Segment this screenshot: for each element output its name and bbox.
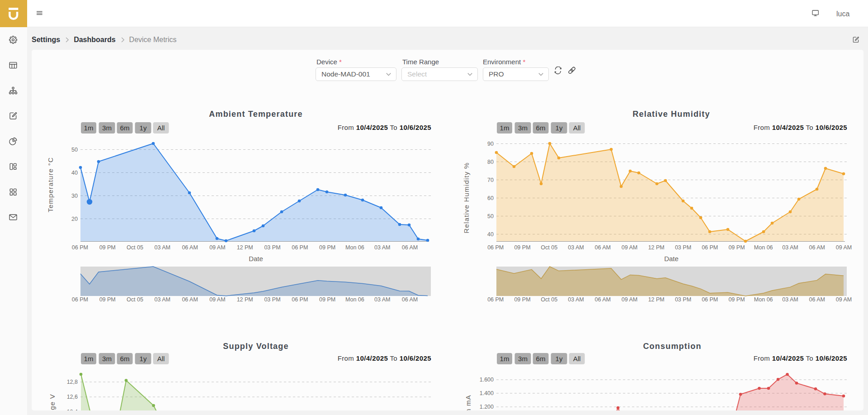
svg-text:06 PM: 06 PM — [292, 296, 308, 303]
svg-text:12 PM: 12 PM — [648, 244, 665, 251]
svg-text:09 PM: 09 PM — [99, 296, 116, 303]
svg-text:Date: Date — [664, 255, 679, 262]
svg-text:1m: 1m — [500, 355, 509, 363]
svg-text:40: 40 — [71, 170, 78, 176]
svg-text:70: 70 — [487, 177, 494, 183]
svg-text:12 PM: 12 PM — [237, 244, 253, 251]
svg-text:06 PM: 06 PM — [72, 244, 88, 251]
svg-text:03 AM: 03 AM — [155, 244, 170, 251]
svg-text:All: All — [573, 124, 581, 132]
svg-text:06 AM: 06 AM — [809, 296, 825, 303]
svg-text:12 PM: 12 PM — [648, 296, 665, 303]
svg-text:3m: 3m — [518, 124, 528, 132]
svg-text:06 PM: 06 PM — [487, 296, 504, 303]
svg-text:09 AM: 09 AM — [836, 244, 852, 251]
svg-text:Oct 05: Oct 05 — [541, 244, 557, 251]
svg-text:Supply Voltage: Supply Voltage — [223, 342, 288, 351]
svg-text:Oct 05: Oct 05 — [127, 244, 143, 251]
svg-text:Oct 05: Oct 05 — [127, 296, 143, 303]
svg-text:06 PM: 06 PM — [702, 296, 718, 303]
svg-text:06 AM: 06 AM — [809, 244, 825, 251]
svg-text:09 AM: 09 AM — [836, 296, 852, 303]
svg-text:12,8: 12,8 — [67, 379, 78, 385]
svg-text:06 AM: 06 AM — [182, 244, 198, 251]
svg-text:Consumption: Consumption — [643, 342, 701, 351]
svg-text:09 AM: 09 AM — [622, 244, 637, 251]
svg-text:06 AM: 06 AM — [594, 244, 610, 251]
svg-text:Relative Humidity %: Relative Humidity % — [462, 162, 470, 233]
svg-text:1y: 1y — [556, 355, 563, 363]
svg-text:06 AM: 06 AM — [182, 296, 198, 303]
svg-text:1.200: 1.200 — [480, 404, 494, 410]
svg-text:1m: 1m — [84, 355, 94, 363]
svg-text:All: All — [157, 355, 165, 363]
svg-text:06 PM: 06 PM — [487, 244, 504, 251]
svg-text:12,4: 12,4 — [67, 409, 78, 410]
svg-text:40: 40 — [487, 231, 494, 238]
svg-text:1y: 1y — [556, 124, 563, 132]
svg-text:From 10/4/2025 To 10/6/2025: From 10/4/2025 To 10/6/2025 — [338, 124, 431, 131]
svg-text:12 PM: 12 PM — [237, 296, 253, 303]
svg-text:Mon 06: Mon 06 — [345, 244, 364, 251]
svg-text:06 PM: 06 PM — [72, 296, 88, 303]
svg-text:80: 80 — [487, 159, 494, 165]
svg-text:From 10/4/2025 To 10/6/2025: From 10/4/2025 To 10/6/2025 — [754, 354, 847, 362]
svg-text:09 PM: 09 PM — [319, 244, 335, 251]
svg-text:Mon 06: Mon 06 — [345, 296, 364, 303]
svg-text:09 AM: 09 AM — [209, 296, 225, 303]
svg-text:Consumption mA: Consumption mA — [464, 395, 472, 410]
svg-text:Temperature °C: Temperature °C — [47, 157, 54, 212]
svg-text:3m: 3m — [102, 355, 112, 363]
svg-text:20: 20 — [71, 216, 78, 222]
svg-text:1y: 1y — [140, 355, 147, 363]
svg-text:03 AM: 03 AM — [782, 244, 798, 251]
svg-text:06 AM: 06 AM — [594, 296, 610, 303]
svg-text:Ambient Temperature: Ambient Temperature — [209, 110, 303, 119]
svg-text:Oct 05: Oct 05 — [541, 296, 557, 303]
svg-text:1.600: 1.600 — [480, 377, 494, 383]
svg-text:09 AM: 09 AM — [622, 296, 637, 303]
svg-text:All: All — [157, 124, 165, 132]
svg-text:30: 30 — [71, 193, 78, 199]
svg-text:03 AM: 03 AM — [374, 244, 390, 251]
svg-text:09 PM: 09 PM — [514, 244, 530, 251]
svg-text:09 PM: 09 PM — [99, 244, 116, 251]
svg-text:03 AM: 03 AM — [568, 296, 584, 303]
svg-text:1m: 1m — [84, 124, 94, 132]
svg-text:3m: 3m — [102, 124, 112, 132]
svg-text:Mon 06: Mon 06 — [754, 244, 773, 251]
svg-text:03 PM: 03 PM — [675, 296, 691, 303]
svg-text:03 PM: 03 PM — [264, 296, 280, 303]
svg-text:All: All — [573, 355, 581, 363]
svg-text:06 AM: 06 AM — [402, 296, 418, 303]
svg-text:50: 50 — [71, 147, 78, 153]
svg-text:60: 60 — [487, 195, 494, 201]
svg-text:6m: 6m — [536, 355, 546, 363]
svg-text:09 PM: 09 PM — [728, 296, 745, 303]
svg-text:03 PM: 03 PM — [675, 244, 691, 251]
svg-text:03 AM: 03 AM — [155, 296, 170, 303]
svg-text:12,6: 12,6 — [67, 394, 78, 400]
svg-text:Date: Date — [249, 255, 263, 262]
svg-text:Voltage V: Voltage V — [48, 394, 56, 410]
svg-text:6m: 6m — [120, 355, 130, 363]
svg-text:03 AM: 03 AM — [782, 296, 798, 303]
svg-text:03 AM: 03 AM — [568, 244, 584, 251]
svg-text:03 PM: 03 PM — [264, 244, 280, 251]
svg-text:6m: 6m — [536, 124, 546, 132]
svg-text:06 PM: 06 PM — [702, 244, 718, 251]
svg-text:Mon 06: Mon 06 — [754, 296, 773, 303]
svg-text:From 10/4/2025 To 10/6/2025: From 10/4/2025 To 10/6/2025 — [338, 354, 431, 362]
svg-text:1.400: 1.400 — [480, 390, 494, 396]
svg-text:09 AM: 09 AM — [209, 244, 225, 251]
svg-text:06 PM: 06 PM — [292, 244, 308, 251]
svg-text:09 PM: 09 PM — [728, 244, 745, 251]
svg-text:06 AM: 06 AM — [402, 244, 418, 251]
svg-text:Relative Humidity: Relative Humidity — [632, 110, 710, 119]
svg-text:50: 50 — [487, 213, 494, 219]
svg-text:From 10/4/2025 To 10/6/2025: From 10/4/2025 To 10/6/2025 — [754, 124, 847, 131]
svg-text:03 AM: 03 AM — [374, 296, 390, 303]
svg-text:09 PM: 09 PM — [514, 296, 530, 303]
svg-text:1m: 1m — [500, 124, 509, 132]
svg-text:09 PM: 09 PM — [319, 296, 335, 303]
